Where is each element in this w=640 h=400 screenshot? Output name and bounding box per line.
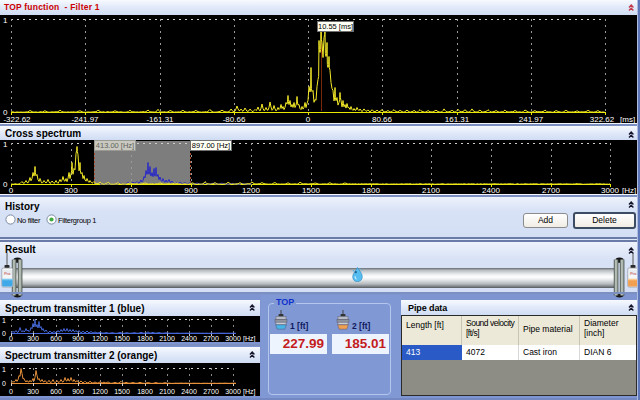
svg-text:0: 0 — [9, 186, 14, 194]
svg-text:1500: 1500 — [302, 186, 320, 194]
svg-text:[Hz]: [Hz] — [622, 186, 636, 194]
svg-text:1500: 1500 — [114, 388, 130, 395]
svg-text:300: 300 — [27, 335, 39, 342]
svg-text:2700: 2700 — [203, 335, 219, 342]
svg-text:1200: 1200 — [92, 335, 108, 342]
svg-text:0: 0 — [2, 380, 6, 387]
svg-text:2400: 2400 — [181, 335, 197, 342]
svg-text:-161.31: -161.31 — [146, 115, 174, 123]
svg-text:2100: 2100 — [159, 388, 175, 395]
svg-text:1200: 1200 — [92, 388, 108, 395]
svg-text:241.97: 241.97 — [519, 115, 544, 123]
svg-text:1800: 1800 — [137, 335, 153, 342]
svg-text:80.66: 80.66 — [372, 115, 393, 123]
svg-text:1: 1 — [3, 140, 8, 149]
svg-text:2100: 2100 — [159, 335, 175, 342]
svg-text:2700: 2700 — [203, 388, 219, 395]
svg-text:[Hz]: [Hz] — [243, 388, 256, 396]
svg-text:Pro: Pro — [4, 272, 10, 276]
svg-text:1500: 1500 — [114, 335, 130, 342]
svg-text:300: 300 — [64, 186, 78, 194]
svg-text:0: 0 — [2, 330, 6, 337]
svg-text:0: 0 — [306, 115, 311, 123]
svg-text:600: 600 — [50, 388, 62, 395]
svg-text:322.62: 322.62 — [590, 115, 615, 123]
svg-text:0: 0 — [3, 180, 8, 189]
svg-text:900: 900 — [184, 186, 198, 194]
svg-text:900: 900 — [72, 335, 84, 342]
svg-text:2400: 2400 — [482, 186, 500, 194]
svg-text:-241.97: -241.97 — [71, 115, 99, 123]
svg-text:0: 0 — [9, 335, 13, 342]
svg-text:161.31: 161.31 — [445, 115, 470, 123]
svg-text:-322.62: -322.62 — [3, 115, 31, 123]
svg-text:600: 600 — [124, 186, 138, 194]
svg-text:1: 1 — [2, 366, 6, 373]
svg-text:Pro: Pro — [630, 272, 636, 276]
svg-text:1800: 1800 — [137, 388, 153, 395]
svg-text:[ms]: [ms] — [620, 115, 635, 123]
svg-text:2700: 2700 — [542, 186, 560, 194]
svg-text:1: 1 — [3, 16, 8, 25]
svg-text:3000: 3000 — [225, 388, 241, 395]
svg-text:2400: 2400 — [181, 388, 197, 395]
svg-text:3000: 3000 — [601, 186, 619, 194]
svg-text:-80.66: -80.66 — [223, 115, 246, 123]
svg-text:2100: 2100 — [422, 186, 440, 194]
svg-text:1: 1 — [2, 317, 6, 324]
svg-text:[Hz]: [Hz] — [243, 335, 256, 342]
svg-text:1200: 1200 — [242, 186, 260, 194]
svg-text:3000: 3000 — [225, 335, 241, 342]
svg-text:0: 0 — [9, 388, 13, 395]
svg-text:300: 300 — [27, 388, 39, 395]
svg-text:600: 600 — [50, 335, 62, 342]
svg-text:900: 900 — [72, 388, 84, 395]
svg-text:1800: 1800 — [362, 186, 380, 194]
